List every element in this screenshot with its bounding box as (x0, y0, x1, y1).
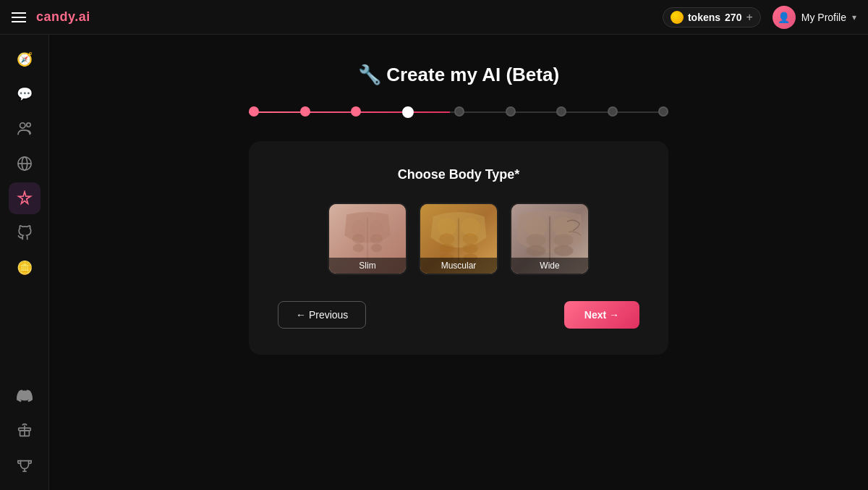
body-type-muscular[interactable]: Muscular (419, 203, 498, 275)
sidebar: 🧭 💬 (0, 35, 49, 490)
avatar: 👤 (773, 6, 796, 29)
card-title: Choose Body Type* (398, 167, 520, 182)
svg-point-29 (526, 234, 545, 246)
sidebar-item-explore[interactable]: 🧭 (9, 43, 41, 75)
sidebar-item-personas[interactable] (9, 113, 41, 145)
step-dot-3[interactable] (351, 106, 361, 117)
step-dot-8[interactable] (608, 106, 618, 117)
page-title: 🔧 Create my AI (Beta) (358, 64, 559, 86)
svg-point-22 (463, 244, 478, 253)
step-dot-9[interactable] (658, 106, 668, 117)
tokens-label: tokens (688, 12, 720, 23)
sidebar-item-github[interactable] (9, 217, 41, 249)
step-dot-4[interactable] (402, 106, 414, 118)
body-type-options: Slim (328, 203, 590, 275)
slim-label: Slim (329, 258, 406, 274)
svg-point-30 (554, 234, 574, 246)
svg-point-31 (526, 245, 545, 256)
nav-right: tokens 270 + 👤 My Profile ▾ (663, 6, 856, 29)
top-navigation: candy.ai tokens 270 + 👤 My Profile ▾ (0, 0, 868, 35)
sidebar-item-coin[interactable]: 🪙 (9, 252, 41, 284)
step-dot-1[interactable] (249, 106, 259, 117)
svg-point-12 (352, 234, 365, 243)
main-layout: 🧭 💬 (0, 35, 868, 490)
stepper-dots (249, 106, 668, 118)
sidebar-item-gift[interactable] (9, 415, 41, 447)
step-dot-2[interactable] (300, 106, 310, 117)
add-tokens-icon[interactable]: + (746, 11, 752, 24)
card-footer: ← Previous Next → (278, 301, 639, 329)
svg-point-1 (26, 123, 30, 127)
sidebar-top: 🧭 💬 (9, 43, 41, 284)
svg-point-13 (370, 234, 383, 243)
chevron-down-icon: ▾ (852, 12, 856, 22)
svg-point-32 (554, 245, 574, 256)
brand-logo: candy.ai (36, 9, 90, 25)
wide-label: Wide (511, 258, 588, 274)
stepper (249, 106, 668, 118)
token-coin-icon (671, 11, 684, 24)
brand-name: candy (36, 9, 75, 24)
svg-point-14 (353, 244, 364, 253)
svg-point-15 (371, 244, 382, 253)
nav-left: candy.ai (12, 9, 90, 25)
muscular-label: Muscular (420, 258, 497, 274)
step-dot-7[interactable] (556, 106, 566, 117)
svg-point-21 (439, 244, 454, 253)
svg-point-27 (524, 217, 547, 237)
body-type-card-container: Choose Body Type* (249, 141, 668, 355)
svg-point-19 (439, 233, 454, 244)
body-type-slim[interactable]: Slim (328, 203, 407, 275)
step-dot-6[interactable] (506, 106, 516, 117)
sidebar-item-discord[interactable] (9, 380, 41, 412)
main-content: 🔧 Create my AI (Beta) Choose Body Type* (49, 35, 868, 490)
sidebar-bottom (9, 380, 41, 481)
sidebar-item-chat[interactable]: 💬 (9, 78, 41, 110)
sidebar-item-trophy[interactable] (9, 449, 41, 481)
step-dot-5[interactable] (454, 106, 464, 117)
tokens-badge[interactable]: tokens 270 + (663, 7, 761, 28)
hamburger-menu[interactable] (12, 12, 26, 22)
body-type-wide[interactable]: Wide (510, 203, 590, 275)
next-button[interactable]: Next → (564, 301, 639, 329)
sidebar-item-create[interactable] (9, 182, 41, 214)
svg-point-0 (20, 123, 25, 128)
brand-tld: .ai (75, 9, 90, 24)
sidebar-item-social[interactable] (9, 148, 41, 179)
profile-section[interactable]: 👤 My Profile ▾ (773, 6, 856, 29)
svg-point-20 (463, 233, 478, 244)
previous-button[interactable]: ← Previous (278, 301, 366, 329)
profile-name: My Profile (801, 12, 846, 23)
tokens-count: 270 (725, 12, 741, 23)
